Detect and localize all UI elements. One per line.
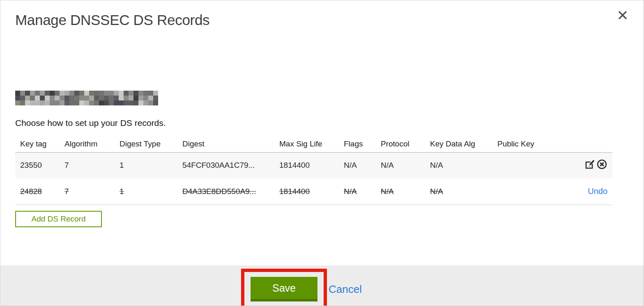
cell-key-tag: 23550 bbox=[15, 152, 64, 178]
column-header-protocol: Protocol bbox=[381, 136, 430, 152]
column-header-flags: Flags bbox=[344, 136, 381, 152]
row-actions: Undo bbox=[559, 178, 612, 205]
add-ds-record-button[interactable]: Add DS Record bbox=[15, 211, 102, 227]
undo-link[interactable]: Undo bbox=[588, 187, 607, 196]
cell-protocol: N/A bbox=[381, 152, 430, 178]
table-row: 23550 7 1 54FCF030AA1C79... 1814400 N/A … bbox=[15, 152, 612, 178]
column-header-digest-type: Digest Type bbox=[120, 136, 182, 152]
cell-public-key bbox=[497, 178, 559, 205]
cell-max-sig-life: 1814400 bbox=[279, 178, 344, 205]
row-actions bbox=[559, 152, 612, 178]
instruction-text: Choose how to set up your DS records. bbox=[15, 118, 644, 128]
cell-key-data-alg: N/A bbox=[430, 152, 497, 178]
annotation-highlight-box: Save bbox=[241, 269, 327, 306]
column-header-digest: Digest bbox=[182, 136, 279, 152]
cell-flags: N/A bbox=[344, 152, 381, 178]
cell-digest: D4A33E8DD550A9... bbox=[182, 178, 279, 205]
cell-digest-type: 1 bbox=[120, 152, 182, 178]
cell-max-sig-life: 1814400 bbox=[279, 152, 344, 178]
cancel-link[interactable]: Cancel bbox=[329, 283, 362, 296]
cell-public-key bbox=[497, 152, 559, 178]
column-header-actions bbox=[559, 136, 612, 152]
column-header-key-tag: Key tag bbox=[15, 136, 64, 152]
cell-protocol: N/A bbox=[381, 178, 430, 205]
modal-content: Manage DNSSEC DS Records Choose how to s… bbox=[0, 11, 644, 265]
column-header-algorithm: Algorithm bbox=[64, 136, 120, 152]
edit-record-icon[interactable] bbox=[584, 159, 596, 170]
cell-algorithm: 7 bbox=[64, 152, 120, 178]
cell-flags: N/A bbox=[344, 178, 381, 205]
page-title: Manage DNSSEC DS Records bbox=[15, 11, 644, 29]
cell-key-data-alg: N/A bbox=[430, 178, 497, 205]
cell-digest: 54FCF030AA1C79... bbox=[182, 152, 279, 178]
column-header-key-data-alg: Key Data Alg bbox=[430, 136, 497, 152]
ds-records-table: Key tag Algorithm Digest Type Digest Max… bbox=[15, 136, 612, 205]
delete-record-icon[interactable] bbox=[596, 159, 607, 170]
cell-digest-type: 1 bbox=[120, 178, 182, 205]
column-header-max-sig-life: Max Sig Life bbox=[279, 136, 344, 152]
cell-key-tag: 24828 bbox=[15, 178, 64, 205]
table-header-row: Key tag Algorithm Digest Type Digest Max… bbox=[15, 136, 612, 152]
modal-footer: Save Cancel bbox=[0, 265, 644, 306]
table-row-deleted: 24828 7 1 D4A33E8DD550A9... 1814400 N/A … bbox=[15, 178, 612, 205]
cell-algorithm: 7 bbox=[64, 178, 120, 205]
dnssec-modal: Manage DNSSEC DS Records Choose how to s… bbox=[0, 0, 644, 306]
redacted-domain-name bbox=[15, 91, 158, 105]
column-header-public-key: Public Key bbox=[497, 136, 559, 152]
save-button[interactable]: Save bbox=[251, 277, 317, 301]
